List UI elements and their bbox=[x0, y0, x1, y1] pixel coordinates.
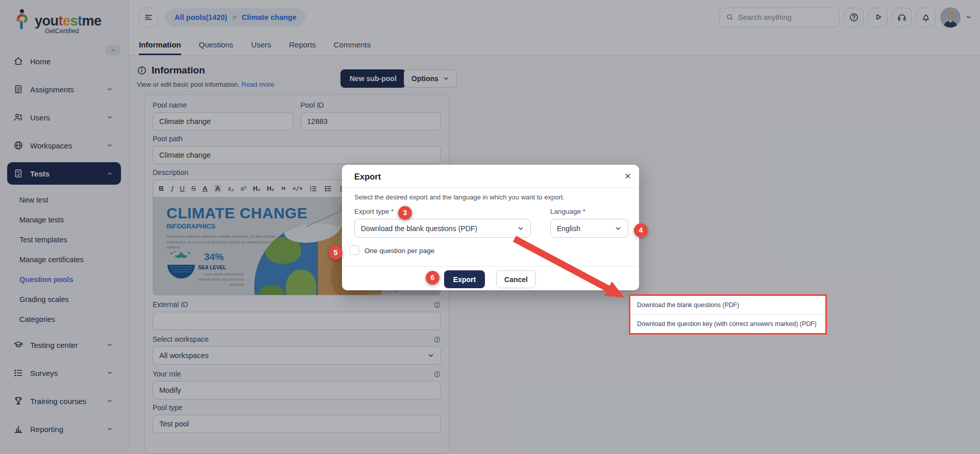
modal-header-divider bbox=[342, 187, 639, 188]
checkbox-label: One question per page bbox=[364, 247, 434, 255]
annotation-badge-3: 3 bbox=[398, 206, 412, 220]
annotation-badge-4: 4 bbox=[634, 223, 648, 237]
export-type-value: Download the blank questions (PDF) bbox=[361, 224, 477, 233]
export-type-options-popup: Download the blank questions (PDF) Downl… bbox=[629, 294, 827, 335]
option-blank-questions[interactable]: Download the blank questions (PDF) bbox=[630, 296, 825, 314]
export-type-label: Export type * bbox=[354, 208, 394, 215]
annotation-badge-5: 5 bbox=[329, 246, 342, 260]
required-mark: * bbox=[583, 208, 585, 215]
modal-description: Select the desired export and the langua… bbox=[354, 193, 565, 201]
one-question-per-page-checkbox[interactable] bbox=[350, 245, 359, 255]
option-question-key[interactable]: Download the question key (with correct … bbox=[630, 314, 825, 333]
annotation-arrow bbox=[505, 231, 638, 307]
modal-title: Export bbox=[354, 172, 381, 182]
required-mark: * bbox=[391, 208, 394, 215]
language-label: Language * bbox=[550, 208, 585, 215]
app-window: youtestme GetCertified « Home Assignment… bbox=[0, 0, 980, 454]
annotation-badge-6: 6 bbox=[426, 271, 439, 285]
export-type-select[interactable]: Download the blank questions (PDF) bbox=[354, 219, 531, 238]
export-button[interactable]: Export bbox=[444, 270, 485, 288]
close-icon[interactable]: × bbox=[625, 169, 631, 183]
